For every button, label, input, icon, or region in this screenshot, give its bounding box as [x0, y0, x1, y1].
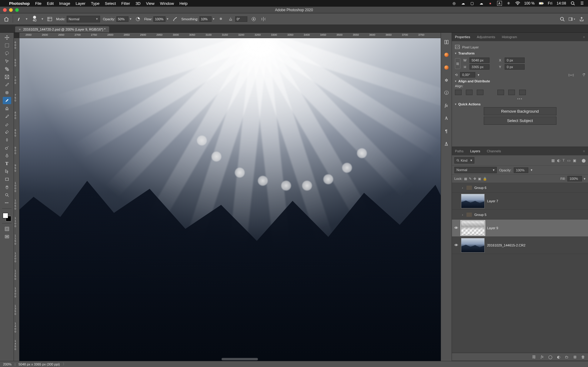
remove-background-button[interactable]: Remove Background	[484, 107, 556, 115]
layer-mask-icon[interactable]: ◯	[548, 355, 552, 359]
menu-file[interactable]: File	[35, 1, 42, 6]
eraser-tool[interactable]	[3, 121, 11, 128]
workspace-switcher-icon[interactable]	[569, 16, 575, 22]
blur-tool[interactable]	[3, 136, 11, 144]
cc-status-icon[interactable]: ◎	[452, 1, 456, 6]
stamp-tool[interactable]	[3, 105, 11, 112]
pressure-size-icon[interactable]	[250, 16, 257, 22]
y-value[interactable]: 0 px	[505, 64, 525, 70]
tab-paths[interactable]: Paths	[455, 149, 463, 153]
x-value[interactable]: 0 px	[505, 58, 525, 63]
spotlight-icon[interactable]	[570, 1, 575, 6]
align-hcenter-icon[interactable]	[466, 90, 473, 95]
smoothing-value[interactable]: 10%	[199, 16, 212, 22]
shape-tool[interactable]	[3, 176, 11, 183]
brush-preset-chevron-icon[interactable]: ▾	[42, 17, 43, 21]
visibility-toggle[interactable]	[454, 243, 459, 247]
fill-chevron-icon[interactable]: ▾	[584, 177, 586, 181]
layer-thumbnail[interactable]	[461, 221, 485, 235]
filter-pixel-icon[interactable]: ▦	[551, 158, 555, 163]
lasso-tool[interactable]	[3, 50, 11, 57]
flip-vertical-icon[interactable]: ▽̅	[583, 73, 585, 77]
filter-smart-icon[interactable]: ▣	[573, 158, 576, 163]
hand-tool[interactable]	[3, 183, 11, 191]
layer-opacity-chevron-icon[interactable]: ▾	[531, 168, 533, 172]
lock-position-icon[interactable]: ✥	[473, 177, 476, 181]
lock-artboard-icon[interactable]: ▣	[478, 177, 481, 181]
wifi-icon[interactable]	[515, 1, 520, 6]
eyedropper-tool[interactable]	[3, 81, 11, 88]
disclosure-icon[interactable]: ›	[461, 186, 464, 190]
close-window-button[interactable]	[3, 8, 7, 12]
zoom-tool[interactable]	[3, 191, 11, 199]
layer-name[interactable]: Layer 7	[487, 199, 498, 203]
screen-mode-button[interactable]	[3, 233, 11, 240]
visibility-toggle[interactable]	[454, 226, 459, 230]
foreground-swatch[interactable]	[3, 213, 8, 218]
layer-group-row[interactable]: ›Group 5	[452, 210, 588, 220]
status-chevron-icon[interactable]: 〉	[63, 362, 66, 366]
align-vcenter-icon[interactable]	[508, 90, 515, 95]
document-dimensions[interactable]: 5048 px x 3365 px (300 ppi)	[18, 362, 60, 366]
layer-style-icon[interactable]: fx	[541, 355, 543, 359]
rotation-chevron-icon[interactable]: ▾	[478, 73, 479, 77]
move-tool[interactable]	[3, 34, 11, 41]
filter-shape-icon[interactable]: ▭	[567, 158, 570, 163]
layer-group-row[interactable]: ›Group 6	[452, 183, 588, 193]
horizontal-ruler[interactable]: 2550260026502700275028002850290029503000…	[19, 33, 441, 38]
flow-value[interactable]: 100%	[153, 16, 165, 22]
brush-preset-picker[interactable]: 40	[31, 16, 38, 22]
more-options-icon[interactable]: •••	[455, 97, 585, 101]
gradient-tool[interactable]	[3, 128, 11, 136]
fill-value[interactable]: 100%	[567, 176, 582, 181]
dock-icon-glyphs[interactable]: A	[443, 141, 450, 147]
airbrush-icon[interactable]	[172, 16, 178, 22]
symmetry-icon[interactable]	[260, 16, 267, 22]
opacity-value[interactable]: 50%	[116, 16, 129, 22]
tray-icon-4[interactable]: ⁜	[506, 1, 511, 6]
frame-tool[interactable]	[3, 73, 11, 81]
document-canvas[interactable]	[19, 38, 441, 361]
menu-filter[interactable]: Filter	[121, 1, 130, 6]
filter-toggle-icon[interactable]: ⬤	[582, 158, 586, 163]
tab-properties[interactable]: Properties	[455, 35, 470, 39]
tray-icon-1[interactable]: ▢	[470, 1, 475, 6]
menu-layer[interactable]: Layer	[75, 1, 85, 6]
smoothing-options-icon[interactable]: ✲	[218, 16, 224, 22]
align-right-icon[interactable]	[477, 90, 483, 95]
document-tab[interactable]: × 20161029_144720-2.psd @ 200% (Layer 9,…	[15, 26, 109, 32]
vertical-ruler[interactable]: 6006507007508008509009501000105011001150…	[14, 38, 19, 361]
transform-section-header[interactable]: Transform	[455, 51, 585, 55]
lock-transparency-icon[interactable]: ▦	[464, 177, 467, 181]
link-layers-icon[interactable]: ⛓	[532, 355, 536, 359]
new-group-icon[interactable]: 🗀	[565, 355, 569, 359]
menu-image[interactable]: Image	[59, 1, 70, 6]
dock-icon-adjust[interactable]: ✲	[443, 77, 450, 84]
tray-icon-3[interactable]: ●	[488, 1, 493, 6]
layer-row[interactable]: Layer 7	[452, 193, 588, 210]
tab-channels[interactable]: Channels	[487, 149, 501, 153]
delete-layer-icon[interactable]: 🗑	[581, 355, 585, 359]
zoom-window-button[interactable]	[15, 8, 19, 12]
quick-select-tool[interactable]	[3, 58, 11, 65]
blend-mode-select[interactable]: Normal	[67, 16, 100, 22]
layer-thumbnail[interactable]	[461, 238, 485, 253]
tool-preset-picker[interactable]	[16, 16, 23, 22]
layer-filter-kind[interactable]: Kind	[454, 157, 474, 164]
dock-icon-info[interactable]: ⓘ	[443, 90, 450, 96]
cc-sync-icon[interactable]: ☁	[461, 1, 466, 6]
tab-histogram[interactable]: Histogram	[502, 35, 517, 39]
marquee-tool[interactable]	[3, 42, 11, 49]
smoothing-chevron-icon[interactable]: ▾	[213, 17, 215, 21]
tab-layers[interactable]: Layers	[470, 149, 480, 153]
menu-help[interactable]: Help	[179, 1, 188, 6]
align-section-header[interactable]: Align and Distribute	[455, 79, 585, 83]
quick-mask-button[interactable]	[3, 225, 11, 233]
new-layer-icon[interactable]: ⊞	[573, 355, 576, 359]
quick-actions-header[interactable]: Quick Actions	[455, 102, 585, 106]
menu-select[interactable]: Select	[105, 1, 116, 6]
align-bottom-icon[interactable]	[519, 90, 526, 95]
new-adjustment-icon[interactable]: ◐	[557, 355, 560, 359]
menu-3d[interactable]: 3D	[135, 1, 141, 6]
layer-name[interactable]: Group 6	[474, 186, 486, 190]
